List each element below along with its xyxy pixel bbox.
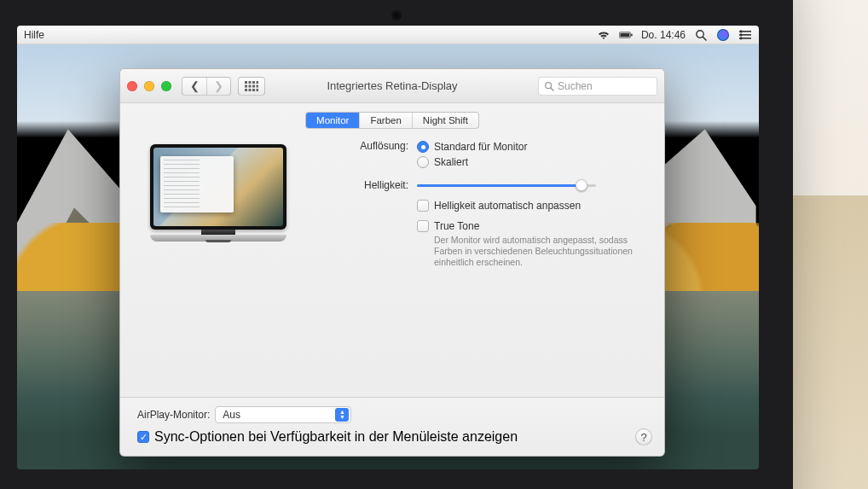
search-input[interactable] bbox=[558, 80, 651, 92]
siri-icon[interactable] bbox=[716, 28, 730, 42]
svg-rect-16 bbox=[249, 81, 252, 84]
screen: Hilfe Do. 14:46 bbox=[17, 26, 759, 469]
camera-dot bbox=[393, 12, 400, 19]
resolution-standard-radio[interactable]: Standard für Monitor bbox=[417, 139, 647, 154]
svg-rect-21 bbox=[252, 84, 255, 87]
svg-point-10 bbox=[739, 37, 742, 39]
menubar-clock[interactable]: Do. 14:46 bbox=[641, 29, 686, 41]
resolution-label: Auflösung: bbox=[315, 139, 417, 152]
show-all-button[interactable] bbox=[238, 77, 265, 96]
forward-button[interactable]: ❯ bbox=[206, 78, 230, 95]
svg-rect-15 bbox=[245, 81, 247, 84]
laptop-frame: Hilfe Do. 14:46 bbox=[0, 0, 793, 489]
tab-monitor[interactable]: Monitor bbox=[306, 113, 359, 128]
battery-icon[interactable] bbox=[619, 28, 633, 42]
spotlight-icon[interactable] bbox=[694, 28, 708, 42]
popup-arrows-icon: ▲▼ bbox=[335, 408, 349, 422]
true-tone-label: True Tone bbox=[434, 219, 479, 233]
svg-rect-18 bbox=[257, 81, 259, 84]
svg-line-28 bbox=[551, 87, 553, 90]
notification-center-icon[interactable] bbox=[738, 28, 752, 42]
resolution-scaled-label: Skaliert bbox=[434, 154, 468, 170]
window-title: Integriertes Retina-Display bbox=[327, 79, 457, 92]
svg-rect-25 bbox=[252, 89, 255, 91]
svg-rect-1 bbox=[620, 32, 629, 36]
nav-back-forward: ❮ ❯ bbox=[182, 77, 231, 96]
menubar: Hilfe Do. 14:46 bbox=[17, 26, 759, 44]
airplay-label: AirPlay-Monitor: bbox=[137, 409, 210, 421]
tab-farben[interactable]: Farben bbox=[359, 113, 411, 128]
svg-rect-23 bbox=[245, 89, 247, 91]
svg-rect-2 bbox=[631, 33, 632, 36]
svg-line-4 bbox=[703, 37, 706, 40]
minimize-button[interactable] bbox=[144, 81, 154, 91]
airplay-popup[interactable]: Aus ▲▼ bbox=[215, 406, 351, 423]
display-graphic bbox=[150, 144, 286, 242]
back-button[interactable]: ❮ bbox=[182, 78, 206, 95]
true-tone-checkbox[interactable]: True Tone bbox=[417, 219, 647, 233]
airplay-value: Aus bbox=[223, 409, 240, 421]
svg-rect-26 bbox=[257, 89, 259, 91]
resolution-standard-label: Standard für Monitor bbox=[434, 139, 527, 154]
svg-rect-17 bbox=[252, 81, 255, 84]
svg-rect-22 bbox=[257, 84, 259, 87]
search-field[interactable] bbox=[538, 77, 657, 96]
tab-bar: Monitor Farben Night Shift bbox=[305, 112, 479, 129]
menu-hilfe[interactable]: Hilfe bbox=[24, 29, 44, 41]
tab-night-shift[interactable]: Night Shift bbox=[412, 113, 478, 128]
svg-point-8 bbox=[739, 30, 742, 32]
preferences-window: ❮ ❯ Integriertes Retina-Display Monitor … bbox=[119, 68, 665, 457]
titlebar: ❮ ❯ Integriertes Retina-Display bbox=[120, 69, 664, 103]
close-button[interactable] bbox=[127, 81, 137, 91]
sync-options-label: Sync-Optionen bei Verfügbarkeit in der M… bbox=[154, 430, 518, 444]
svg-rect-20 bbox=[249, 84, 252, 87]
auto-brightness-label: Helligkeit automatisch anpassen bbox=[434, 199, 581, 212]
search-icon bbox=[544, 81, 554, 91]
zoom-button[interactable] bbox=[161, 81, 171, 91]
svg-rect-19 bbox=[245, 84, 247, 87]
brightness-slider[interactable] bbox=[417, 178, 596, 192]
wifi-icon[interactable] bbox=[597, 28, 610, 42]
true-tone-hint: Der Monitor wird automatisch angepasst, … bbox=[434, 235, 647, 268]
resolution-scaled-radio[interactable]: Skaliert bbox=[417, 154, 647, 170]
help-button[interactable]: ? bbox=[635, 428, 652, 445]
sync-options-checkbox[interactable]: Sync-Optionen bei Verfügbarkeit in der M… bbox=[137, 430, 647, 444]
auto-brightness-checkbox[interactable]: Helligkeit automatisch anpassen bbox=[417, 199, 647, 212]
svg-rect-24 bbox=[249, 89, 252, 91]
svg-point-9 bbox=[739, 33, 742, 36]
brightness-label: Helligkeit: bbox=[315, 178, 417, 191]
